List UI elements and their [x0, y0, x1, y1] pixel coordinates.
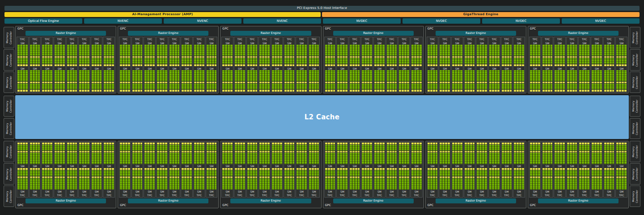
sm-core-array — [592, 70, 602, 81]
tpc-row: TPCSMSMTPCSMSMTPCSMSMTPCSMSMTPCSMSMTPCSM… — [427, 37, 525, 93]
tpc-label: TPC — [399, 37, 409, 41]
sm-core-array — [542, 70, 553, 81]
sm-register-strip — [440, 177, 450, 178]
sm-core-array — [502, 45, 512, 56]
raster-engine-bar: Raster Engine — [25, 198, 106, 203]
gpc-label: GPC — [17, 27, 115, 31]
sm-register-strip — [132, 56, 143, 58]
tpc-block: TPCSMSM — [66, 37, 78, 93]
sm-core-array — [502, 70, 512, 81]
sm-label: SM — [477, 41, 487, 45]
sm-label: SM — [92, 164, 102, 168]
sm-core-array — [30, 170, 40, 176]
tpc-block: SMSMTPC — [221, 142, 233, 198]
sm-block: SM — [337, 168, 347, 193]
sm-core-array — [616, 84, 627, 89]
tpc-label: TPC — [411, 37, 422, 41]
sm-block: SM — [387, 67, 397, 92]
sm-label: SM — [169, 164, 180, 168]
sm-register-strip — [579, 168, 589, 170]
sm-core-array — [514, 153, 524, 164]
sm-register-strip — [337, 90, 347, 92]
sm-block: SM — [579, 168, 589, 193]
sm-register-strip — [194, 82, 204, 83]
sm-block: SM — [157, 142, 167, 168]
sm-block: SM — [567, 41, 577, 67]
sm-core-array — [502, 58, 512, 64]
sm-block: SM — [157, 168, 167, 193]
sm-register-strip — [411, 90, 422, 92]
tpc-label: TPC — [144, 193, 155, 197]
sm-core-array — [247, 45, 258, 56]
tpc-block: SMSMTPC — [181, 142, 193, 198]
sm-label: SM — [272, 164, 282, 168]
sm-block: SM — [194, 142, 204, 168]
sm-core-array — [477, 153, 487, 164]
sm-register-strip — [79, 82, 89, 83]
sm-label: SM — [120, 41, 130, 45]
sm-core-array — [428, 170, 438, 176]
sm-block: SM — [411, 67, 422, 92]
media-engine-nvdec: NVDEC — [562, 18, 640, 24]
sm-core-array — [325, 45, 335, 56]
sm-core-array — [132, 145, 143, 151]
sm-label: SM — [362, 67, 372, 70]
sm-register-strip — [325, 168, 335, 170]
sm-core-array — [79, 170, 89, 176]
sm-label: SM — [207, 41, 217, 45]
sm-register-strip — [247, 168, 258, 170]
sm-block: SM — [104, 168, 114, 193]
sm-register-strip — [132, 168, 143, 170]
tpc-label: TPC — [222, 37, 233, 41]
sm-register-strip — [387, 90, 397, 92]
tpc-block: SMSMTPC — [398, 142, 410, 198]
sm-block: SM — [325, 168, 335, 193]
sm-core-array — [337, 45, 347, 56]
sm-core-array — [325, 153, 335, 164]
sm-core-array — [542, 145, 553, 151]
sm-register-strip — [428, 56, 438, 58]
sm-core-array — [411, 170, 422, 176]
sm-core-array — [120, 45, 130, 56]
tpc-label: TPC — [542, 193, 553, 197]
sm-register-strip — [157, 90, 167, 92]
sm-block: SM — [411, 41, 422, 67]
sm-register-strip — [374, 90, 385, 92]
sm-register-strip — [235, 151, 245, 152]
tpc-block: SMSMTPC — [296, 142, 308, 198]
tpc-block: SMSMTPC — [206, 142, 218, 198]
tpc-block: TPCSMSM — [169, 37, 181, 93]
sm-block: SM — [411, 142, 422, 168]
sm-register-strip — [592, 90, 602, 92]
sm-core-array — [374, 170, 385, 176]
sm-label: SM — [350, 67, 360, 70]
sm-register-strip — [325, 56, 335, 58]
sm-core-array — [194, 170, 204, 176]
sm-core-array — [374, 70, 385, 81]
sm-core-array — [104, 58, 114, 64]
sm-label: SM — [42, 41, 52, 45]
tpc-label: TPC — [374, 193, 385, 197]
media-engine-nvdec: NVDEC — [402, 18, 480, 24]
gpc-label: GPC — [119, 27, 217, 31]
sm-register-strip — [579, 64, 589, 66]
sm-core-array — [477, 58, 487, 64]
sm-register-strip — [169, 151, 180, 152]
sm-register-strip — [452, 177, 462, 178]
sm-core-array — [411, 58, 422, 64]
sm-core-array — [579, 178, 589, 190]
sm-label: SM — [502, 67, 512, 70]
raster-engine-bar: Raster Engine — [538, 31, 619, 36]
sm-block: SM — [79, 41, 89, 67]
sm-block: SM — [616, 168, 627, 193]
sm-register-strip — [350, 64, 360, 66]
sm-core-array — [182, 145, 192, 151]
sm-core-array — [350, 153, 360, 164]
sm-register-strip — [489, 82, 500, 83]
sm-block: SM — [284, 168, 295, 193]
sm-register-strip — [207, 143, 217, 144]
sm-core-array — [428, 58, 438, 64]
sm-register-strip — [337, 177, 347, 178]
sm-core-array — [17, 45, 28, 56]
sm-register-strip — [399, 168, 409, 170]
